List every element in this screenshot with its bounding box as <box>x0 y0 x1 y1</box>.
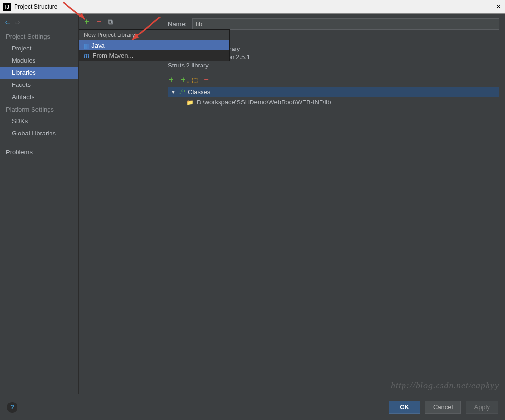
add-icon[interactable]: + <box>84 18 90 25</box>
nav-forward-icon[interactable]: ⇨ <box>15 18 20 26</box>
classes-icon: ↓⁰¹ <box>179 89 185 95</box>
lib-desc-line: Struts 2 library <box>168 61 499 69</box>
sidebar-item-libraries[interactable]: Libraries <box>0 67 78 79</box>
sidebar-heading-project-settings: Project Settings <box>0 30 78 42</box>
sidebar-item-sdks[interactable]: SDKs <box>0 115 78 127</box>
classes-tree: ▼ ↓⁰¹ Classes 📁 D:\workspace\SSHDemo\Web… <box>168 87 499 107</box>
tree-row-path: D:\workspace\SSHDemo\WebRoot\WEB-INF\lib <box>197 99 331 106</box>
java-icon: ||||| <box>84 43 88 49</box>
menu-item-label: From Maven... <box>93 52 134 59</box>
cancel-button[interactable]: Cancel <box>425 401 461 414</box>
tree-remove-icon[interactable]: − <box>203 76 210 83</box>
menu-item-from-maven[interactable]: m From Maven... <box>79 50 229 61</box>
sidebar-item-global-libraries[interactable]: Global Libraries <box>0 127 78 139</box>
help-icon[interactable]: ? <box>7 402 17 413</box>
name-row: Name: <box>168 18 499 30</box>
ok-button[interactable]: OK <box>389 401 420 414</box>
menu-item-java[interactable]: ||||| Java <box>79 40 229 50</box>
chevron-down-icon: ▼ <box>171 89 176 95</box>
nav-back-icon[interactable]: ⇦ <box>5 18 11 26</box>
window-title: Project Structure <box>14 3 57 10</box>
tree-node-label: Classes <box>188 88 210 96</box>
titlebar: IJ Project Structure × <box>0 0 505 14</box>
tree-add-folder-icon[interactable]: +▪ <box>180 76 186 83</box>
library-toolbar: + − ⧉ <box>79 14 162 27</box>
sidebar-item-modules[interactable]: Modules <box>0 54 78 67</box>
sidebar: ⇦ ⇨ Project Settings Project Modules Lib… <box>0 14 79 394</box>
tree-node-classes[interactable]: ▼ ↓⁰¹ Classes <box>168 87 499 97</box>
sidebar-item-problems[interactable]: Problems <box>0 146 78 158</box>
new-library-menu: New Project Library ||||| Java m From Ma… <box>79 29 230 61</box>
close-icon[interactable]: × <box>496 2 501 11</box>
tree-add-icon[interactable]: + <box>168 76 175 83</box>
library-list-column: + − ⧉ New Project Library ||||| Java m F… <box>79 14 162 394</box>
tree-toolbar: + +▪ ⬚ − <box>168 76 499 83</box>
sidebar-heading-platform-settings: Platform Settings <box>0 103 78 115</box>
dialog-body: ⇦ ⇨ Project Settings Project Modules Lib… <box>0 14 505 420</box>
copy-icon[interactable]: ⧉ <box>107 18 114 25</box>
tree-row[interactable]: 📁 D:\workspace\SSHDemo\WebRoot\WEB-INF\l… <box>168 97 499 107</box>
sidebar-item-artifacts[interactable]: Artifacts <box>0 91 78 103</box>
detail-panel: Name: Hibernate library TransactionJavae… <box>162 14 505 394</box>
sidebar-item-facets[interactable]: Facets <box>0 79 78 91</box>
maven-icon: m <box>84 52 90 59</box>
folder-icon: 📁 <box>186 99 194 106</box>
apply-button[interactable]: Apply <box>466 401 498 414</box>
remove-icon[interactable]: − <box>95 18 102 25</box>
name-input[interactable] <box>192 18 499 30</box>
app-icon: IJ <box>3 3 11 11</box>
menu-header: New Project Library <box>79 30 229 40</box>
name-label: Name: <box>168 20 186 28</box>
dialog-footer: ? OK Cancel Apply <box>0 394 505 420</box>
menu-item-label: Java <box>91 42 104 49</box>
sidebar-item-project[interactable]: Project <box>0 42 78 54</box>
tree-specify-icon[interactable]: ⬚ <box>191 76 198 83</box>
